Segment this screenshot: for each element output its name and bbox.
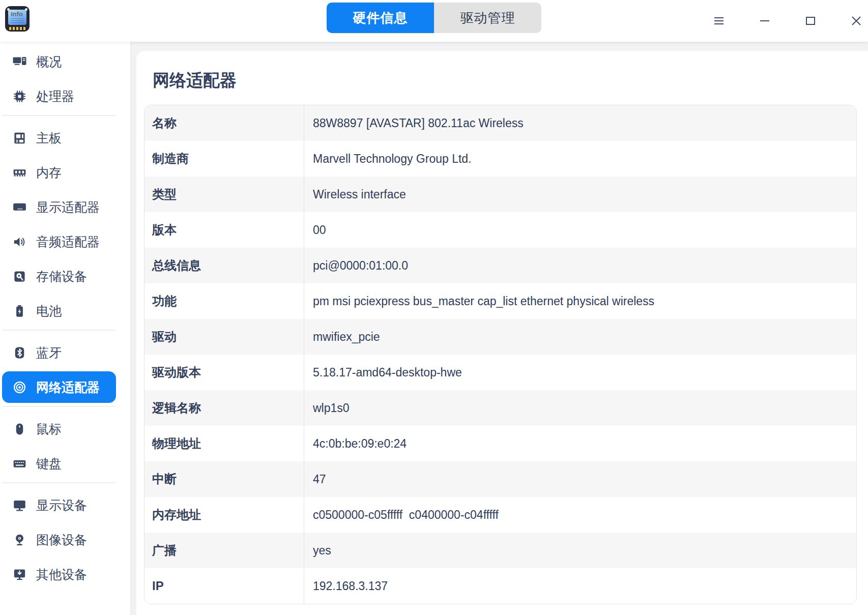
menu-icon[interactable] — [711, 13, 727, 28]
sidebar-item-audio-adapter[interactable]: 音频适配器 — [2, 226, 116, 257]
sidebar-item-label: 蓝牙 — [36, 344, 62, 361]
memory-icon — [12, 165, 26, 180]
battery-icon — [12, 304, 26, 318]
row-value: wlp1s0 — [304, 390, 856, 426]
table-row: 功能pm msi pciexpress bus_master cap_list … — [144, 283, 856, 319]
row-label: 逻辑名称 — [144, 390, 304, 426]
sidebar-item-label: 音频适配器 — [36, 233, 100, 250]
sidebar-item-overview[interactable]: 概况 — [2, 46, 116, 77]
display-adapter-icon — [12, 200, 26, 214]
row-value: c0500000-c05fffff c0400000-c04fffff — [304, 497, 856, 533]
image-device-icon — [12, 533, 26, 547]
app-logo-icon: info — [5, 6, 30, 32]
sidebar-item-memory[interactable]: 内存 — [2, 157, 116, 188]
tab-bar: 硬件信息 驱动管理 — [327, 3, 541, 33]
tab-hardware-info[interactable]: 硬件信息 — [327, 3, 434, 33]
sidebar-item-display-adapter[interactable]: 显示适配器 — [2, 191, 116, 223]
table-row: 驱动版本5.18.17-amd64-desktop-hwe — [144, 355, 856, 390]
row-value: 00 — [304, 212, 856, 248]
device-info-table: 名称88W8897 [AVASTAR] 802.11ac Wireless制造商… — [144, 105, 857, 604]
table-row: 总线信息pci@0000:01:00.0 — [144, 248, 856, 283]
keyboard-icon — [12, 456, 26, 471]
audio-icon — [12, 235, 26, 249]
table-row: 类型Wireless interface — [144, 177, 856, 212]
sidebar-item-label: 电池 — [36, 303, 62, 319]
sidebar-item-other-device[interactable]: 其他设备 — [2, 559, 116, 590]
sidebar-item-label: 显示适配器 — [36, 199, 100, 216]
main-area: 网络适配器 名称88W8897 [AVASTAR] 802.11ac Wirel… — [131, 42, 868, 615]
table-row: 名称88W8897 [AVASTAR] 802.11ac Wireless — [144, 105, 856, 141]
other-device-icon — [12, 567, 26, 581]
sidebar-item-label: 其他设备 — [36, 566, 87, 583]
row-label: 物理地址 — [144, 426, 304, 461]
sidebar-item-label: 图像设备 — [36, 532, 87, 548]
row-value: 4c:0b:be:09:e0:24 — [304, 426, 856, 461]
minimize-icon[interactable] — [757, 13, 772, 28]
maximize-icon[interactable] — [803, 13, 818, 28]
row-value: Wireless interface — [304, 177, 856, 212]
row-label: 广播 — [144, 533, 304, 568]
sidebar-item-label: 内存 — [36, 164, 62, 181]
row-label: 功能 — [144, 283, 304, 319]
overview-icon — [12, 54, 26, 69]
sidebar-item-image-device[interactable]: 图像设备 — [2, 524, 116, 555]
sidebar-divider — [2, 330, 116, 331]
row-label: 中断 — [144, 461, 304, 497]
sidebar-divider — [2, 406, 116, 407]
motherboard-icon — [12, 131, 26, 145]
sidebar-item-network-adapter[interactable]: 网络适配器 — [2, 371, 116, 403]
sidebar-item-motherboard[interactable]: 主板 — [2, 122, 116, 154]
table-row: IP192.168.3.137 — [144, 568, 856, 604]
sidebar-item-label: 概况 — [36, 53, 62, 70]
sidebar-item-label: 主板 — [36, 130, 62, 147]
row-value: pm msi pciexpress bus_master cap_list et… — [304, 283, 856, 319]
sidebar-item-cpu[interactable]: 处理器 — [2, 80, 116, 112]
row-label: 驱动 — [144, 319, 304, 355]
row-label: 总线信息 — [144, 248, 304, 283]
table-row: 逻辑名称wlp1s0 — [144, 390, 856, 426]
content-card: 网络适配器 名称88W8897 [AVASTAR] 802.11ac Wirel… — [136, 51, 868, 615]
page-title: 网络适配器 — [153, 69, 868, 92]
row-value: 47 — [304, 461, 856, 497]
sidebar-divider — [2, 482, 116, 483]
network-icon — [12, 380, 26, 394]
table-row: 制造商Marvell Technology Group Ltd. — [144, 141, 856, 177]
row-label: 名称 — [144, 105, 304, 141]
close-icon[interactable] — [849, 13, 864, 28]
table-row: 驱动mwifiex_pcie — [144, 319, 856, 355]
storage-icon — [12, 269, 26, 283]
row-value: Marvell Technology Group Ltd. — [304, 141, 856, 177]
sidebar-item-mouse[interactable]: 鼠标 — [2, 413, 116, 445]
window-controls — [711, 0, 864, 42]
sidebar-item-label: 网络适配器 — [36, 379, 100, 396]
cpu-icon — [12, 89, 26, 103]
sidebar-item-storage[interactable]: 存储设备 — [2, 260, 116, 292]
row-value: 5.18.17-amd64-desktop-hwe — [304, 355, 856, 390]
sidebar-divider — [2, 115, 116, 116]
tab-driver-management[interactable]: 驱动管理 — [434, 3, 541, 33]
sidebar-item-label: 存储设备 — [36, 268, 87, 285]
table-row: 广播yes — [144, 533, 856, 568]
row-label: 驱动版本 — [144, 355, 304, 390]
mouse-icon — [12, 422, 26, 436]
titlebar: info 硬件信息 驱动管理 — [0, 0, 868, 42]
row-value: 192.168.3.137 — [304, 568, 856, 604]
row-label: 制造商 — [144, 141, 304, 177]
bluetooth-icon — [12, 345, 26, 360]
table-row: 中断47 — [144, 461, 856, 497]
sidebar-item-battery[interactable]: 电池 — [2, 295, 116, 327]
table-row: 物理地址4c:0b:be:09:e0:24 — [144, 426, 856, 461]
sidebar-item-label: 处理器 — [36, 88, 74, 105]
row-value: pci@0000:01:00.0 — [304, 248, 856, 283]
sidebar-item-bluetooth[interactable]: 蓝牙 — [2, 337, 116, 368]
row-value: yes — [304, 533, 856, 568]
row-label: IP — [144, 568, 304, 604]
sidebar-item-display-device[interactable]: 显示设备 — [2, 489, 116, 521]
logo-text: info — [8, 10, 26, 18]
sidebar-item-label: 鼠标 — [36, 421, 62, 437]
sidebar-item-label: 显示设备 — [36, 497, 87, 514]
sidebar-item-label: 键盘 — [36, 455, 62, 472]
row-label: 内存地址 — [144, 497, 304, 533]
sidebar-item-keyboard[interactable]: 键盘 — [2, 448, 116, 479]
tab-label: 硬件信息 — [353, 9, 408, 27]
